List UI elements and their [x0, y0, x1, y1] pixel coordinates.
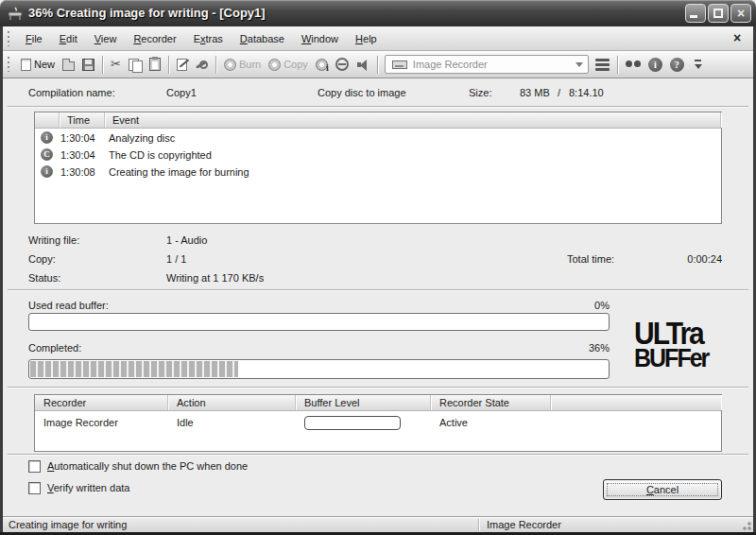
- toolbar: New ✂ Burn Copy Image Recorder: [3, 51, 753, 78]
- binoculars-icon: [626, 59, 641, 70]
- recorder-state-column-header[interactable]: Recorder State: [431, 395, 551, 410]
- compilation-properties-icon: [177, 59, 187, 71]
- menu-window[interactable]: Window: [293, 26, 347, 51]
- toolbar-separator: [168, 56, 169, 74]
- menu-database[interactable]: Database: [232, 26, 293, 51]
- compilation-mode: Copy disc to image: [318, 85, 406, 100]
- play-audio-button[interactable]: [353, 57, 372, 73]
- help-button[interactable]: ?: [667, 56, 687, 74]
- event-log[interactable]: Time Event i 1:30:04 Analyzing disc C 1:…: [34, 112, 722, 224]
- log-time: 1:30:08: [53, 166, 98, 178]
- burn-button[interactable]: Burn: [221, 57, 264, 73]
- open-button[interactable]: [60, 57, 77, 73]
- log-time: 1:30:04: [53, 149, 98, 161]
- copy-disc-button[interactable]: Copy: [266, 57, 311, 73]
- resize-grip[interactable]: [740, 519, 751, 530]
- action-column-header[interactable]: Action: [168, 395, 296, 410]
- log-row[interactable]: i 1:30:08 Creating the image for burning: [35, 164, 721, 180]
- shutdown-option: Automatically shut down the PC when done: [28, 459, 248, 473]
- menu-file[interactable]: File: [17, 26, 51, 51]
- copy-disc-button-label: Copy: [284, 59, 308, 70]
- read-buffer-percent: 0%: [594, 298, 610, 313]
- log-event: Analyzing disc: [98, 132, 175, 144]
- shutdown-checkbox[interactable]: [28, 460, 41, 473]
- info-button[interactable]: i: [645, 56, 665, 74]
- chevron-down-icon: [694, 58, 703, 71]
- save-button[interactable]: [79, 57, 97, 73]
- recorder-settings-button[interactable]: [192, 57, 211, 73]
- info-icon: i: [41, 165, 53, 178]
- toolbar-grip[interactable]: [7, 57, 11, 72]
- open-folder-icon: [62, 61, 75, 71]
- close-icon: ×: [731, 5, 750, 22]
- log-event: The CD is copyrighted: [98, 149, 212, 161]
- info-icon: i: [41, 131, 53, 144]
- recorder-action: Idle: [168, 417, 296, 428]
- table-row[interactable]: Image Recorder Idle Active: [35, 413, 721, 432]
- log-icon-column-header[interactable]: [35, 112, 60, 128]
- recorder-table-header: Recorder Action Buffer Level Recorder St…: [35, 395, 721, 411]
- menu-extras[interactable]: Extras: [185, 26, 232, 51]
- disc-info-icon: [316, 59, 328, 71]
- recorder-combobox[interactable]: Image Recorder: [385, 55, 589, 74]
- close-button[interactable]: ×: [730, 4, 751, 23]
- combobox-dropdown-icon[interactable]: [571, 56, 588, 73]
- statusbar-divider: [478, 519, 479, 531]
- recorder-combobox-value: Image Recorder: [413, 59, 571, 70]
- log-row[interactable]: i 1:30:04 Analyzing disc: [35, 129, 721, 146]
- find-button[interactable]: [623, 57, 644, 72]
- size-separator: /: [558, 85, 560, 100]
- recorder-column-header[interactable]: Recorder: [35, 395, 168, 410]
- minimize-button[interactable]: [685, 4, 706, 23]
- recorder-state: Active: [431, 417, 468, 428]
- cut-button[interactable]: ✂: [108, 56, 124, 73]
- recorder-table[interactable]: Recorder Action Buffer Level Recorder St…: [34, 394, 722, 452]
- verify-checkbox[interactable]: [28, 482, 41, 494]
- completed-progress-fill: [30, 361, 238, 377]
- cancel-button[interactable]: Cancel: [603, 479, 722, 500]
- toolbar-separator: [617, 56, 618, 74]
- copy-button[interactable]: [126, 57, 145, 73]
- menu-view[interactable]: View: [86, 26, 126, 51]
- menu-recorder[interactable]: Recorder: [125, 26, 184, 51]
- log-row[interactable]: C 1:30:04 The CD is copyrighted: [35, 147, 721, 163]
- copy-count-label: Copy:: [28, 251, 56, 267]
- compilation-properties-button[interactable]: [174, 57, 190, 73]
- bars-icon: [595, 59, 610, 71]
- recorder-display-button[interactable]: [593, 57, 612, 73]
- menu-help[interactable]: Help: [347, 26, 386, 51]
- disc-info-button[interactable]: [313, 57, 331, 73]
- toolbar-overflow-button[interactable]: [689, 56, 706, 73]
- compilation-name-label: Compilation name:: [28, 85, 115, 100]
- read-buffer-progressbar: [28, 313, 610, 331]
- buffer-level-column-header[interactable]: Buffer Level: [296, 395, 431, 410]
- buffer-level-widget: [304, 416, 401, 430]
- help-icon: ?: [670, 58, 684, 72]
- log-event-column-header[interactable]: Event: [105, 112, 721, 128]
- total-time-value: 0:00:24: [687, 251, 722, 267]
- clipboard-icon: [149, 58, 161, 71]
- maximize-button[interactable]: [708, 4, 729, 23]
- eject-button[interactable]: [333, 56, 352, 73]
- document-close-button[interactable]: ×: [729, 30, 746, 47]
- size-value: 83 MB: [520, 85, 550, 100]
- log-time-column-header[interactable]: Time: [60, 112, 105, 128]
- size-label: Size:: [469, 85, 491, 100]
- paste-button[interactable]: [146, 56, 163, 73]
- menu-edit[interactable]: Edit: [51, 26, 86, 51]
- ultrabuffer-logo: ULTra BUFFer: [634, 320, 708, 369]
- titlebar[interactable]: 36% Creating image for writing - [Copy1]…: [0, 0, 756, 26]
- completed-label: Completed:: [28, 340, 81, 355]
- statusbar-recorder-text: Image Recorder: [487, 517, 561, 532]
- menubar-grip[interactable]: [7, 31, 11, 46]
- status-value: Writing at 1 170 KB/s: [166, 270, 264, 285]
- size-duration: 8:14.10: [569, 85, 604, 100]
- window-border-left: [0, 26, 3, 535]
- copy-disc-icon: [268, 59, 281, 71]
- buffer-level-cell: [296, 416, 431, 430]
- log-event: Creating the image for burning: [98, 166, 249, 178]
- toolbar-separator: [377, 56, 378, 74]
- new-button[interactable]: New: [18, 57, 58, 73]
- ultrabuffer-logo-line2: BUFFer: [634, 347, 708, 369]
- writing-file-value: 1 - Audio: [166, 233, 207, 248]
